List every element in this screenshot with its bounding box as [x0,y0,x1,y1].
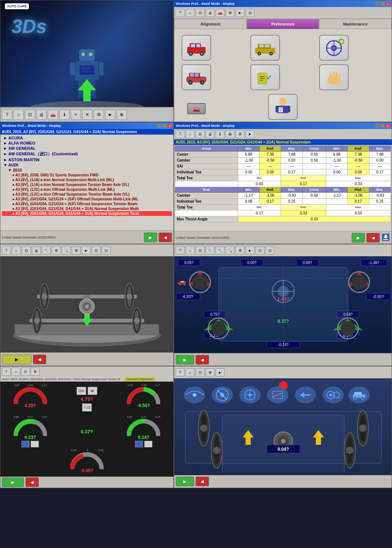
rr-icon-2[interactable] [144,441,152,447]
model-a3-g01-2ua-selected[interactable]: ● A3 [8V], (G01/G04, G21/G24, G41/G44 + … [2,211,172,216]
prefs-icon-checkmark-tool[interactable]: ✓ [250,64,280,90]
wd-print[interactable]: 🖨 [32,246,41,254]
gp-home[interactable]: ⌂ [11,368,20,376]
model-a3-1ja-vl[interactable]: ● A3 [8V], (1JA) e-tron Normal Suspensio… [2,182,172,187]
wd-tool[interactable]: 🔧 [42,246,51,254]
close-window-button[interactable]: × [386,2,390,6]
specs-next[interactable]: ► [352,233,365,243]
specs-grid[interactable]: ⊞ [226,130,234,138]
make-am-general-custom[interactable]: ► AM GENERAL（进口）(Customized) [2,151,172,157]
la-help[interactable]: ? [176,246,185,254]
prefs-icon-car-side[interactable] [182,64,211,90]
wd-doc[interactable]: ⊡ [22,246,31,254]
wd-extra1[interactable]: ⊡ [92,246,101,254]
specs-maximize[interactable]: □ [381,124,385,128]
wd-home[interactable]: ⌂ [12,246,21,254]
gp-next[interactable]: ► [2,477,24,487]
wd-yellow-btn[interactable]: ► [2,355,31,364]
vehicle-list[interactable]: ► ACURA ► ALFA ROMEO ► AM GENERAL ► AM G… [0,135,173,217]
la-settings[interactable]: ⚙ [236,246,244,254]
make-am-general[interactable]: ► AM GENERAL [2,146,172,151]
la-red-btn[interactable]: ◄ [196,355,209,365]
vl-maximize[interactable]: □ [162,124,167,128]
doc-icon[interactable]: ⊡ [196,9,205,17]
tab-alignment[interactable]: Alignment [174,19,247,29]
ad-settings[interactable]: ⚙ [206,368,214,376]
specs-help[interactable]: ? [176,130,185,138]
specs-print[interactable]: 🖨 [206,130,214,138]
gp-prev[interactable]: ◄ [26,477,39,487]
la-e2[interactable]: ⊡ [266,246,274,254]
la-forward[interactable]: ► [246,246,254,254]
wd-help[interactable]: ? [2,246,11,254]
rl-icon-1[interactable] [21,441,30,447]
wd-forward[interactable]: ► [82,246,91,254]
la-e1[interactable]: ⊡ [256,246,264,254]
ctrl-btn-1[interactable]: ⊡⊡ [77,387,86,395]
la-zoom[interactable]: 🔍 [226,246,234,254]
prefs-icon-car-red[interactable] [182,35,211,61]
specs-minimize[interactable]: _ [375,124,380,128]
la-home[interactable]: ⌂ [186,246,195,254]
specs-doc[interactable]: ⊡ [196,130,205,138]
wd-extra2[interactable]: ⊡ [102,246,111,254]
print-icon[interactable]: 🖨 [206,9,214,17]
wd-red-btn[interactable]: ◄ [33,355,46,364]
specs-home[interactable]: ⌂ [186,130,195,138]
tab-preferences[interactable]: Preferences [247,19,319,29]
la-doc[interactable]: ⊡ [196,246,205,254]
make-acura[interactable]: ► ACURA [2,135,172,141]
settings-button[interactable]: ⚙ [94,109,104,120]
standard-align-badge[interactable]: Standard Alignment [125,377,155,381]
add-button[interactable]: + [71,109,81,120]
specs-settings[interactable]: ⚙ [236,130,244,138]
home-icon[interactable]: ⌂ [186,9,195,17]
ad-forward[interactable]: ► [216,368,224,376]
rr-icon-1[interactable] [135,441,143,447]
help-button[interactable]: ? [2,109,12,120]
forward-button[interactable]: ► [105,109,115,120]
specs-prev[interactable]: ◄ [366,233,380,243]
model-a3-1ja-ml[interactable]: ● A3 [8V], (1JA) e-tron Normal Suspensio… [2,177,172,182]
specs-forward[interactable]: ► [246,130,254,138]
la-tool[interactable]: 🔧 [206,246,214,254]
close-button[interactable]: ✕ [82,109,92,120]
car-icon[interactable]: 🚗 [216,9,224,17]
specs-info[interactable]: ℹ [216,130,224,138]
make-aston[interactable]: ► ASTON MARTIN [2,157,172,162]
model-a3-g01-2uf-ml[interactable]: ● A3 [8V], (G01/G04, G21/G24 + 2UF) Offr… [2,197,172,202]
print-button[interactable]: 🖨 [36,109,47,120]
gp-help[interactable]: ? [2,368,11,376]
balance-icon[interactable]: ⚖ [246,9,254,17]
prev-button[interactable]: ◄ [159,233,172,242]
prefs-icon-hand[interactable] [319,64,349,90]
ad-help[interactable]: ? [176,368,185,376]
la-green-btn[interactable]: ► [176,355,194,365]
download-icon[interactable] [381,233,390,242]
back-button-prefs[interactable]: 🚗 [187,103,206,114]
wd-settings[interactable]: ⚙ [72,246,81,254]
make-audi[interactable]: ▼ AUDI [2,162,172,168]
car-icon-btn[interactable]: 🚗 [48,109,58,120]
ad-doc[interactable]: ⊡ [196,368,205,376]
model-a3-1jc-vl[interactable]: ● A3 [8V], (1JC) e-tron Offroad Suspensi… [2,192,172,197]
ctrl-btn-2[interactable]: ⊞ [88,387,97,395]
next-button[interactable]: ► [144,233,157,242]
ad-prev[interactable]: ◄ [196,477,209,486]
prefs-icon-person[interactable] [268,94,298,120]
minimize-button[interactable]: _ [375,2,380,6]
make-alfa[interactable]: ► ALFA ROMEO [2,141,172,146]
gp-settings[interactable]: ⚙ [31,368,40,376]
info-button[interactable]: ℹ [59,109,70,120]
settings-icon[interactable]: ⚙ [226,9,234,17]
help-icon[interactable]: ? [176,9,185,17]
extra-button[interactable]: ⊕ [116,109,127,120]
model-a3-1jc-ml[interactable]: ● A3 [8V], (1JC) e-tron Offroad Suspensi… [2,187,172,192]
wd-align[interactable]: ⚙ [52,246,61,254]
ad-home[interactable]: ⌂ [186,368,195,376]
vl-close[interactable]: × [168,124,172,128]
rl-icon-2[interactable] [31,441,39,447]
model-a3-g01-2ua-normal[interactable]: ● A3 [8V], (G01/G04, G21/G24, G41/G44 + … [2,206,172,211]
arrow-icon[interactable]: ► [236,9,244,17]
wd-zoom[interactable]: 🔍 [62,246,71,254]
